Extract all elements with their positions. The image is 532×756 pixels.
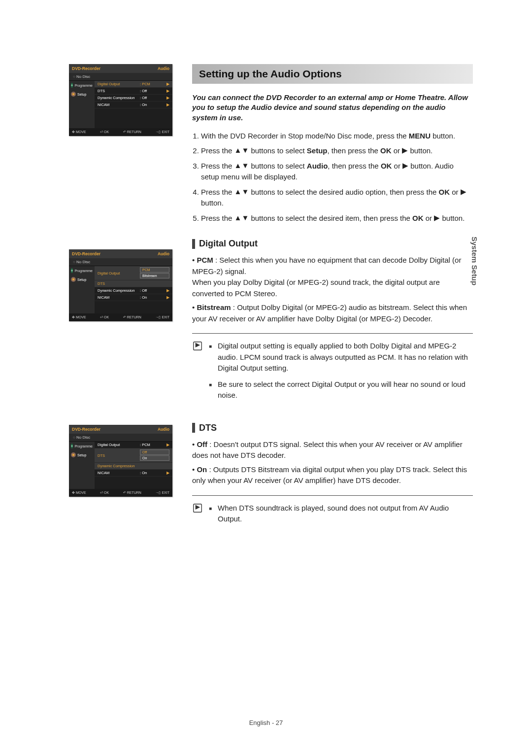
footer-exit: →▯ EXIT: [155, 130, 169, 134]
play-icon: ▶: [402, 145, 408, 156]
osd-row-dynamic: Dynamic Compression: Off▶: [95, 95, 172, 102]
footer-move: ✥ MOVE: [72, 130, 86, 134]
osd-dropdown-dts: Off On: [140, 449, 169, 461]
osd-status: No Disc: [69, 73, 172, 81]
dts-body: • Off : Doesn't output DTS signal. Selec…: [192, 439, 473, 486]
osd-side-programme: Programme: [69, 81, 95, 90]
section-bar-icon: [192, 239, 195, 249]
footer-return: ↶ RETURN: [123, 130, 141, 134]
osd-column: DVD-Recorder Audio No Disc Programme Set…: [69, 64, 172, 546]
section-head-digital: Digital Output: [192, 239, 473, 249]
dd-option-bitstream: Bitstream: [140, 273, 169, 278]
footer-ok: ⏎ OK: [100, 130, 109, 134]
osd-title-left: DVD-Recorder: [72, 66, 100, 71]
note-icon: [192, 502, 202, 530]
chevron-right-icon: ▶: [165, 96, 169, 100]
osd-row-nicam: NICAM: On▶: [95, 102, 172, 108]
plus-icon: [71, 83, 73, 88]
note-item: Digital output setting is equally applie…: [218, 341, 473, 374]
note-dts: When DTS soundtrack is played, sound doe…: [192, 495, 473, 530]
osd-menu-audio-base: DVD-Recorder Audio No Disc Programme Set…: [69, 64, 172, 136]
step-3: Press the ▲▼ buttons to select Audio, th…: [201, 161, 473, 183]
note-icon: [192, 340, 202, 406]
steps-list: With the DVD Recorder in Stop mode/No Di…: [192, 131, 473, 224]
gear-icon: [71, 92, 76, 97]
osd-side-setup: Setup: [69, 90, 95, 99]
osd-row-dts: DTS: Off▶: [95, 88, 172, 95]
chevron-right-icon: ▶: [165, 103, 169, 107]
dd-option-off: Off: [140, 449, 169, 455]
note-digital: Digital output setting is equally applie…: [192, 333, 473, 406]
osd-row-digital-output: Digital Output PCM Bitstream: [95, 266, 172, 280]
section-head-dts: DTS: [192, 423, 473, 433]
step-1: With the DVD Recorder in Stop mode/No Di…: [201, 131, 473, 142]
up-down-icon: ▲▼: [234, 145, 249, 156]
chevron-right-icon: ▶: [165, 89, 169, 93]
note-item: Be sure to select the correct Digital Ou…: [218, 379, 473, 401]
intro-text: You can connect the DVD Recorder to an e…: [192, 93, 473, 123]
osd-dropdown-digital: PCM Bitstream: [140, 267, 169, 279]
osd-title-right: Audio: [158, 66, 169, 71]
osd-row-digital-output: Digital Output: PCM▶: [95, 81, 172, 88]
side-tab: System Setup: [470, 237, 479, 285]
section-bar-icon: [192, 423, 195, 433]
step-5: Press the ▲▼ buttons to select the desir…: [201, 213, 473, 224]
page-footer: English - 27: [0, 719, 532, 726]
osd-menu-dts-dropdown: DVD-RecorderAudio No Disc Programme Setu…: [69, 425, 172, 497]
page-title: Setting up the Audio Options: [192, 64, 473, 84]
osd-row-dts: DTS Off On: [95, 448, 172, 463]
osd-menu-digital-dropdown: DVD-RecorderAudio No Disc Programme Setu…: [69, 249, 172, 321]
step-4: Press the ▲▼ buttons to select the desir…: [201, 187, 473, 209]
digital-body: • PCM : Select this when you have no equ…: [192, 255, 473, 324]
chevron-right-icon: ▶: [165, 82, 169, 86]
note-item: When DTS soundtrack is played, sound doe…: [218, 503, 473, 525]
dd-option-pcm: PCM: [140, 267, 169, 273]
dd-option-on: On: [140, 455, 169, 461]
step-2: Press the ▲▼ buttons to select Setup, th…: [201, 145, 473, 157]
osd-footer: ✥ MOVE ⏎ OK ↶ RETURN →▯ EXIT: [69, 128, 172, 136]
